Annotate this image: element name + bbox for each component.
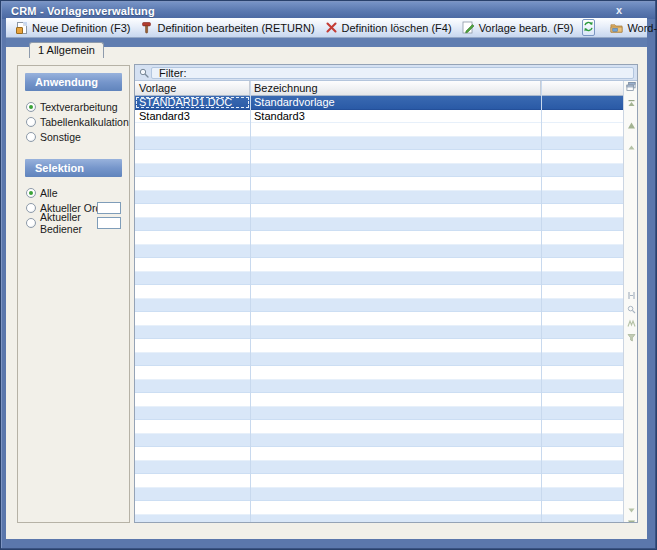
- radio-button-icon[interactable]: [26, 102, 36, 112]
- table-row-selected[interactable]: STANDARD1.DOC Standardvorlage: [135, 96, 625, 110]
- column-header-bezeichnung[interactable]: Bezeichnung: [250, 81, 541, 95]
- table-row[interactable]: [135, 218, 625, 232]
- radio-alle[interactable]: Alle: [26, 186, 122, 200]
- radio-label: Tabellenkalkulation: [40, 116, 129, 128]
- table-row[interactable]: [135, 447, 625, 461]
- new-definition-button[interactable]: Neue Definition (F3): [12, 19, 135, 37]
- delete-x-icon: [325, 21, 338, 34]
- table-row[interactable]: [135, 231, 625, 245]
- group-header-anwendung: Anwendung: [25, 73, 122, 91]
- page-up-icon[interactable]: [626, 142, 636, 152]
- radio-label: Sonstige: [40, 131, 81, 143]
- table-row[interactable]: [135, 326, 625, 340]
- cell-vorlage[interactable]: STANDARD1.DOC: [135, 96, 250, 109]
- table-row[interactable]: [135, 123, 625, 137]
- cell-vorlage[interactable]: Standard3: [135, 110, 250, 123]
- table-row[interactable]: [135, 285, 625, 299]
- radio-button-icon[interactable]: [26, 218, 36, 228]
- radio-tabellenkalkulation[interactable]: Tabellenkalkulation: [26, 115, 122, 129]
- table-row[interactable]: [135, 177, 625, 191]
- page-down-icon[interactable]: [626, 505, 636, 515]
- edit-template-button[interactable]: Vorlage bearb. (F9): [459, 19, 579, 37]
- table-row[interactable]: Standard3 Standard3: [135, 110, 625, 124]
- filter-input[interactable]: Filter:: [151, 67, 634, 79]
- table-row[interactable]: [135, 393, 625, 407]
- table-row[interactable]: [135, 272, 625, 286]
- table-row[interactable]: [135, 420, 625, 434]
- search-icon: [139, 68, 149, 80]
- table-row[interactable]: [135, 515, 625, 523]
- scroll-top-icon[interactable]: [626, 98, 636, 108]
- tab-allgemein[interactable]: 1 Allgemein: [29, 42, 104, 58]
- toolbar: Neue Definition (F3) Definition bearbeit…: [6, 18, 647, 38]
- table-row[interactable]: [135, 164, 625, 178]
- new-definition-label: Neue Definition (F3): [32, 22, 130, 34]
- radio-label: Alle: [40, 187, 58, 199]
- template-grid: Filter: Vorlage Bezeichnung STANDARD1.DO…: [134, 64, 638, 523]
- filter-label: Filter:: [159, 67, 187, 79]
- grid-rows: STANDARD1.DOC Standardvorlage Standard3 …: [135, 96, 625, 522]
- scroll-down-icon[interactable]: [626, 518, 636, 523]
- filter-icon[interactable]: [626, 332, 636, 342]
- new-document-icon: [15, 21, 28, 34]
- table-row[interactable]: [135, 137, 625, 151]
- table-row[interactable]: [135, 258, 625, 272]
- word-steuerformate-label: Word-Steuerformate (F6): [627, 22, 657, 34]
- column-chooser-icon[interactable]: [626, 81, 636, 91]
- table-row[interactable]: [135, 245, 625, 259]
- radio-button-icon[interactable]: [26, 188, 36, 198]
- close-icon[interactable]: x: [611, 3, 627, 17]
- group-header-selektion: Selektion: [25, 159, 122, 177]
- refresh-button[interactable]: [582, 19, 595, 36]
- table-row[interactable]: [135, 299, 625, 313]
- refresh-icon: [583, 21, 594, 34]
- cell-bezeichnung[interactable]: Standardvorlage: [250, 96, 541, 109]
- word-steuerformate-button[interactable]: Word-Steuerformate (F6): [607, 19, 657, 37]
- table-row[interactable]: [135, 461, 625, 475]
- table-row[interactable]: [135, 353, 625, 367]
- bookmark-icon[interactable]: [626, 318, 636, 328]
- table-row[interactable]: [135, 380, 625, 394]
- radio-button-icon[interactable]: [26, 203, 36, 213]
- edit-definition-button[interactable]: Definition bearbeiten (RETURN): [137, 19, 319, 37]
- grid-side-strip: [623, 81, 637, 522]
- radio-button-icon[interactable]: [26, 117, 36, 127]
- grid-vertical-line: [541, 81, 542, 522]
- edit-template-label: Vorlage bearb. (F9): [479, 22, 574, 34]
- bediener-input[interactable]: [97, 217, 121, 229]
- title-bar[interactable]: CRM - Vorlagenverwaltung x: [2, 2, 655, 19]
- table-row[interactable]: [135, 366, 625, 380]
- table-row[interactable]: [135, 434, 625, 448]
- app-window: CRM - Vorlagenverwaltung x Neue Definiti…: [0, 0, 657, 550]
- table-row[interactable]: [135, 150, 625, 164]
- radio-sonstige[interactable]: Sonstige: [26, 130, 122, 144]
- table-row[interactable]: [135, 501, 625, 515]
- column-header-vorlage[interactable]: Vorlage: [135, 81, 250, 95]
- radio-label: Textverarbeitung: [40, 101, 118, 113]
- edit-template-icon: [462, 21, 475, 34]
- radio-textverarbeitung[interactable]: Textverarbeitung: [26, 100, 122, 114]
- table-row[interactable]: [135, 474, 625, 488]
- grid-header-row: Vorlage Bezeichnung: [135, 81, 625, 96]
- word-folder-icon: [610, 21, 623, 34]
- search-strip-icon[interactable]: [626, 304, 636, 314]
- hammer-icon: [140, 21, 153, 34]
- edit-definition-label: Definition bearbeiten (RETURN): [157, 22, 314, 34]
- radio-aktueller-bediener[interactable]: Aktueller Bediener: [26, 216, 122, 230]
- window-title: CRM - Vorlagenverwaltung: [2, 5, 155, 17]
- table-row[interactable]: [135, 312, 625, 326]
- table-row[interactable]: [135, 191, 625, 205]
- delete-definition-button[interactable]: Definition löschen (F4): [322, 19, 457, 37]
- sidebar-panel: Anwendung Textverarbeitung Tabellenkalku…: [17, 65, 130, 523]
- table-row[interactable]: [135, 339, 625, 353]
- grid-empty-rows: [135, 123, 625, 522]
- table-row[interactable]: [135, 407, 625, 421]
- cell-bezeichnung[interactable]: Standard3: [250, 110, 541, 123]
- scroll-up-icon[interactable]: [626, 120, 636, 130]
- radio-button-icon[interactable]: [26, 132, 36, 142]
- table-row[interactable]: [135, 488, 625, 502]
- delete-definition-label: Definition löschen (F4): [342, 22, 452, 34]
- table-row[interactable]: [135, 204, 625, 218]
- column-header-empty[interactable]: [541, 81, 625, 95]
- resize-icon[interactable]: [626, 290, 636, 300]
